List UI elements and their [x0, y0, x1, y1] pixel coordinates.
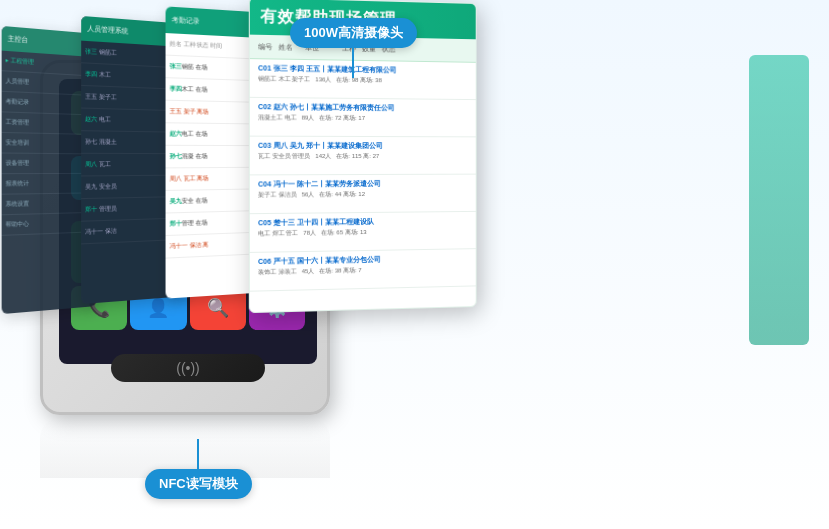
- screen4-row-1: C01 张三 李四 王五丨某某建筑工程有限公司 钢筋工 木工 架子工 136人 …: [250, 59, 476, 100]
- nfc-reader-strip: ((•)): [111, 354, 265, 382]
- screen4-row-4: C04 冯十一 陈十二丨某某劳务派遣公司 架子工 保洁员 56人 在场: 44 …: [250, 175, 476, 215]
- screen4-row-5: C05 楚十三 卫十四丨某某工程建设队 电工 焊工 管工 78人 在场: 65 …: [250, 212, 476, 253]
- screen4-row-6: C06 严十五 国十六丨某某专业分包公司 装饰工 涂装工 45人 在场: 38 …: [250, 249, 476, 292]
- camera-annotation: 100W高清摄像头: [290, 18, 417, 48]
- nfc-label: NFC读写模块: [159, 476, 238, 491]
- teal-accent: [749, 55, 809, 345]
- camera-label: 100W高清摄像头: [304, 25, 403, 40]
- nfc-annotation: NFC读写模块: [145, 469, 252, 499]
- main-scene: 💬 📅 ⏰ 📷 🎵 🌤 🎬 🗺 🤖 ANDROID 📞 👤 🔍 ⚙: [0, 0, 829, 529]
- screen4-row-2: C02 赵六 孙七丨某某施工劳务有限责任公司 混凝土工 电工 89人 在场: 7…: [250, 98, 476, 137]
- nfc-symbol: ((•)): [176, 360, 200, 376]
- screen4-row-3: C03 周八 吴九 郑十丨某某建设集团公司 瓦工 安全员 管理员 142人 在场…: [250, 137, 476, 176]
